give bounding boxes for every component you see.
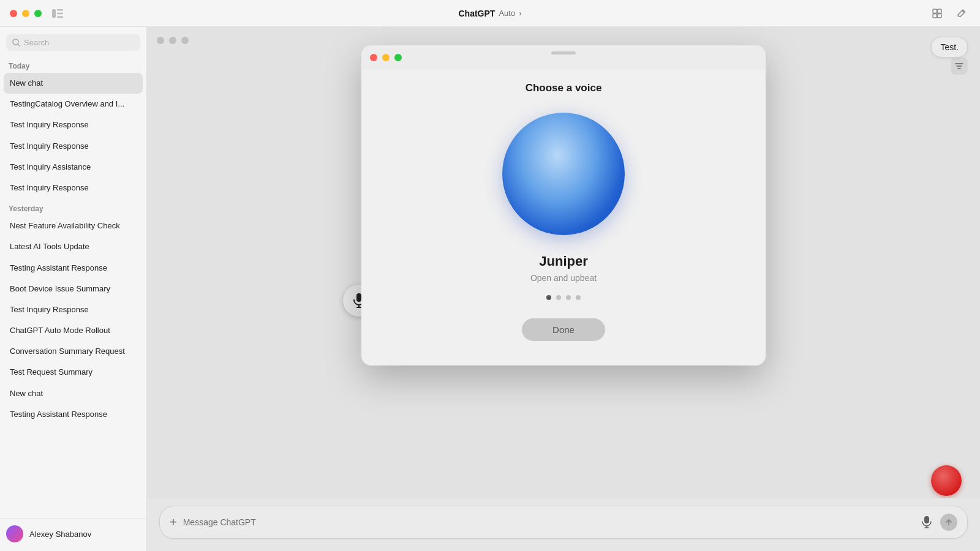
sidebar-item-testing-assistant-1[interactable]: Testing Assistant Response bbox=[4, 258, 143, 279]
avatar bbox=[6, 525, 23, 542]
sidebar-item-conversation-summary[interactable]: Conversation Summary Request bbox=[4, 341, 143, 362]
search-placeholder: Search bbox=[24, 38, 49, 47]
voice-modal-wrapper: Choose a voice Juniper Open and upbeat D… bbox=[361, 45, 766, 365]
voice-dots bbox=[546, 295, 581, 300]
svg-rect-5 bbox=[938, 9, 942, 13]
main-content: Test. bbox=[147, 27, 980, 551]
svg-rect-7 bbox=[938, 13, 942, 18]
sidebar-item-new-chat[interactable]: New chat bbox=[4, 73, 143, 94]
voice-dot-2[interactable] bbox=[556, 295, 561, 300]
svg-rect-9 bbox=[356, 293, 361, 302]
sidebar-item-new-chat-2[interactable]: New chat bbox=[4, 383, 143, 404]
multiwindow-button[interactable] bbox=[929, 5, 946, 22]
minimize-button[interactable] bbox=[22, 10, 29, 17]
svg-rect-6 bbox=[933, 13, 937, 18]
voice-modal-backdrop: Choose a voice Juniper Open and upbeat D… bbox=[147, 27, 980, 551]
maximize-button[interactable] bbox=[34, 10, 42, 17]
voice-description: Open and upbeat bbox=[530, 273, 597, 283]
sidebar-toggle-button[interactable] bbox=[49, 5, 66, 22]
voice-name: Juniper bbox=[539, 253, 587, 269]
search-icon bbox=[12, 39, 20, 47]
sidebar-item-test-inquiry-1[interactable]: Test Inquiry Response bbox=[4, 114, 143, 135]
user-name: Alexey Shabanov bbox=[29, 530, 91, 539]
sidebar-item-test-inquiry-assistance[interactable]: Test Inquiry Assistance bbox=[4, 157, 143, 178]
voice-modal-close[interactable] bbox=[370, 54, 377, 61]
close-button[interactable] bbox=[10, 10, 17, 17]
sidebar-item-testing-assistant-2[interactable]: Testing Assistant Response bbox=[4, 404, 143, 425]
sidebar-item-latest-tools[interactable]: Latest AI Tools Update bbox=[4, 236, 143, 257]
voice-done-button[interactable]: Done bbox=[522, 318, 605, 341]
svg-rect-2 bbox=[57, 12, 63, 14]
voice-orb bbox=[502, 113, 625, 235]
traffic-lights bbox=[10, 10, 42, 17]
sidebar-item-test-inquiry-2[interactable]: Test Inquiry Response bbox=[4, 136, 143, 157]
sidebar-footer[interactable]: Alexey Shabanov bbox=[0, 519, 146, 551]
voice-modal-titlebar bbox=[361, 45, 766, 70]
voice-modal-maximize[interactable] bbox=[394, 54, 402, 61]
app-layout: Search Today New chat TestingCatalog Ove… bbox=[0, 27, 980, 551]
voice-modal: Choose a voice Juniper Open and upbeat D… bbox=[361, 45, 766, 365]
voice-modal-drag-handle bbox=[551, 51, 576, 54]
voice-dot-1[interactable] bbox=[546, 295, 551, 300]
sidebar-item-test-request[interactable]: Test Request Summary bbox=[4, 362, 143, 383]
voice-modal-minimize[interactable] bbox=[382, 54, 390, 61]
yesterday-section-label: Yesterday bbox=[4, 198, 143, 216]
sidebar: Search Today New chat TestingCatalog Ove… bbox=[0, 27, 147, 551]
svg-rect-3 bbox=[57, 16, 63, 18]
chevron-icon: › bbox=[519, 9, 521, 18]
svg-rect-0 bbox=[52, 9, 56, 18]
sidebar-top: Search bbox=[0, 27, 146, 56]
today-section-label: Today bbox=[4, 56, 143, 73]
sidebar-item-testingcatalog[interactable]: TestingCatalog Overview and I... bbox=[4, 94, 143, 114]
svg-rect-4 bbox=[933, 9, 937, 13]
sidebar-item-test-inquiry-4[interactable]: Test Inquiry Response bbox=[4, 299, 143, 320]
voice-dot-3[interactable] bbox=[566, 295, 571, 300]
sidebar-item-nest-feature[interactable]: Nest Feature Availability Check bbox=[4, 216, 143, 236]
sidebar-item-test-inquiry-3[interactable]: Test Inquiry Response bbox=[4, 178, 143, 198]
voice-modal-title: Choose a voice bbox=[526, 82, 602, 94]
sidebar-item-chatgpt-auto[interactable]: ChatGPT Auto Mode Rollout bbox=[4, 320, 143, 341]
new-chat-icon-button[interactable] bbox=[953, 5, 970, 22]
title-bar-right bbox=[929, 5, 970, 22]
svg-rect-1 bbox=[57, 9, 63, 11]
title-bar: ChatGPT Auto › bbox=[0, 0, 980, 27]
sidebar-list: Today New chat TestingCatalog Overview a… bbox=[0, 56, 146, 519]
search-bar[interactable]: Search bbox=[6, 34, 140, 51]
sidebar-item-boot-device[interactable]: Boot Device Issue Summary bbox=[4, 279, 143, 299]
voice-modal-body: Choose a voice Juniper Open and upbeat D… bbox=[361, 70, 766, 365]
voice-dot-4[interactable] bbox=[576, 295, 581, 300]
app-title: ChatGPT Auto › bbox=[459, 9, 522, 18]
